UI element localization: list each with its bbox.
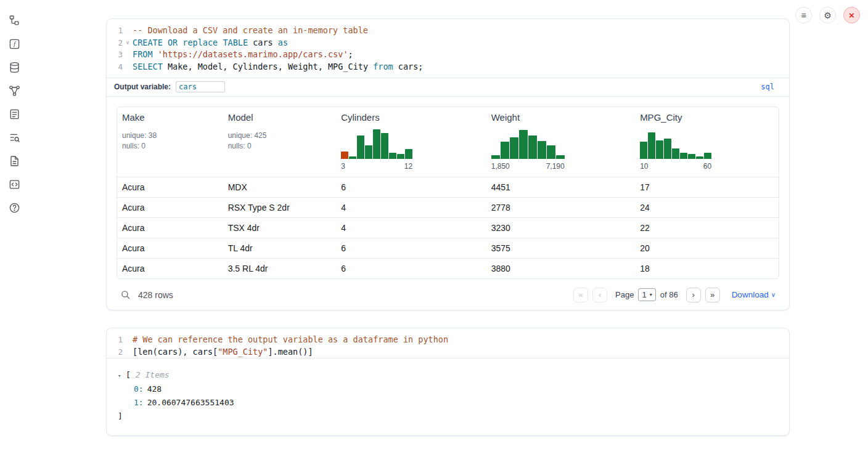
fold-gutter (123, 61, 133, 73)
hist-bar (349, 156, 356, 159)
data-table: Make unique: 38 nulls: 0 Model unique: 4… (117, 107, 779, 279)
next-page-button[interactable]: › (686, 288, 701, 302)
table-row[interactable]: AcuraTL 4dr6357520 (117, 238, 779, 258)
table-row[interactable]: AcuraTSX 4dr4323022 (117, 217, 779, 238)
snippets-button[interactable] (7, 177, 22, 192)
table-cell: 4451 (486, 182, 635, 192)
python-code-editor[interactable]: 1# We can reference the output variable … (107, 334, 789, 358)
menu-button[interactable]: ≡ (795, 7, 812, 23)
table-cell: TSX 4dr (223, 223, 336, 233)
help-button[interactable] (7, 200, 22, 215)
notebook-area: 1-- Download a CSV and create an in-memo… (106, 18, 790, 449)
output-variable-input[interactable] (176, 81, 225, 92)
table-cell: 20 (635, 243, 779, 253)
first-page-icon: « (578, 290, 583, 299)
table-cell: 3880 (486, 264, 635, 273)
hist-bar (510, 137, 518, 159)
hist-max-label: 60 (703, 162, 711, 171)
function-f-icon: f (9, 38, 20, 50)
weight-histogram[interactable] (491, 129, 565, 159)
last-page-icon: » (710, 290, 714, 299)
hist-bar (365, 145, 372, 159)
list-item: 0: 428 (118, 382, 779, 396)
fold-gutter (123, 334, 133, 346)
outline-icon (9, 108, 20, 120)
table-cell: 6 (336, 264, 486, 273)
mpg-city-histogram[interactable] (640, 129, 711, 159)
table-cell: Acura (117, 243, 223, 253)
table-row[interactable]: Acura3.5 RL 4dr6388018 (117, 258, 779, 278)
table-cell: 3.5 RL 4dr (223, 264, 336, 273)
hist-bar (405, 149, 412, 159)
search-list-icon (9, 132, 20, 144)
hist-bar (538, 141, 546, 159)
fold-gutter (123, 25, 133, 37)
search-icon[interactable] (120, 289, 131, 300)
file-explorer-button[interactable] (7, 13, 22, 28)
sql-code-editor[interactable]: 1-- Download a CSV and create an in-memo… (107, 25, 789, 73)
table-cell: Acura (117, 264, 223, 273)
functions-button[interactable]: f (7, 36, 22, 51)
settings-button[interactable]: ⚙ (819, 7, 836, 23)
column-header-cylinders: Cylinders 3 12 (336, 107, 486, 177)
shutdown-button[interactable]: × (843, 7, 860, 23)
file-tree-icon (9, 15, 20, 26)
first-page-button[interactable]: « (573, 288, 588, 302)
hist-bar (341, 152, 348, 159)
svg-text:f: f (14, 41, 17, 47)
column-name[interactable]: MPG_City (640, 112, 774, 123)
table-row[interactable]: AcuraMDX6445117 (117, 177, 779, 197)
tree-key: 0: (134, 382, 144, 396)
table-row[interactable]: AcuraRSX Type S 2dr4277824 (117, 197, 779, 217)
cylinders-histogram[interactable] (341, 129, 412, 159)
page-total-label: of 86 (660, 290, 678, 299)
hist-bar (547, 145, 555, 159)
download-button[interactable]: Download ∨ (732, 290, 776, 299)
output-variable-row: Output variable: sql (107, 78, 789, 96)
outline-button[interactable] (7, 107, 22, 121)
table-cell: 3230 (486, 223, 635, 233)
last-page-button[interactable]: » (705, 288, 720, 302)
tree-open-bracket: [ (126, 368, 131, 382)
line-number: 4 (107, 61, 123, 73)
documentation-button[interactable] (7, 153, 22, 168)
hist-bar (357, 136, 364, 159)
hist-bar (704, 153, 711, 159)
hist-bar (640, 142, 647, 159)
page-label: Page (615, 290, 634, 299)
table-cell: 4 (336, 203, 486, 212)
prev-page-button[interactable]: ‹ (592, 288, 607, 302)
sql-output: Make unique: 38 nulls: 0 Model unique: 4… (107, 97, 789, 310)
column-name[interactable]: Make (122, 112, 218, 123)
logs-button[interactable] (7, 130, 22, 145)
column-name[interactable]: Model (228, 112, 331, 123)
dependency-graph-button[interactable] (7, 83, 22, 98)
nulls-stat: nulls: 0 (228, 141, 331, 152)
select-caret-icon: ▾ (650, 292, 652, 297)
graph-nodes-icon (9, 85, 20, 97)
nulls-stat: nulls: 0 (122, 141, 218, 152)
unique-stat: unique: 38 (122, 131, 218, 141)
datasources-button[interactable] (7, 60, 22, 75)
close-icon: × (849, 10, 854, 20)
database-icon (9, 62, 20, 73)
notebook-actions: ≡ ⚙ × (795, 7, 860, 23)
table-cell: 22 (635, 223, 779, 233)
column-name[interactable]: Cylinders (341, 112, 481, 123)
fold-caret-icon[interactable]: ∨ (123, 37, 133, 49)
column-name[interactable]: Weight (491, 112, 630, 123)
hist-bar (381, 133, 388, 159)
unique-stat: unique: 425 (228, 131, 331, 141)
hist-bar (680, 153, 687, 159)
sql-language-badge[interactable]: sql (761, 83, 774, 91)
table-footer: 428 rows « ‹ Page 1 ▾ of 86 › » Download (117, 279, 779, 304)
page-select[interactable]: 1 ▾ (638, 288, 655, 301)
tree-value: 20.060747663551403 (147, 396, 234, 410)
python-output-tree: ▾ [ 2 Items 0: 428 1: 20.060747663551403… (107, 358, 789, 435)
hist-bar (672, 148, 679, 159)
tree-collapse-caret-icon[interactable]: ▾ (118, 369, 126, 382)
hist-bar (501, 142, 509, 159)
fold-gutter (123, 346, 133, 358)
gear-icon: ⚙ (824, 11, 832, 20)
hist-bar (397, 154, 404, 159)
